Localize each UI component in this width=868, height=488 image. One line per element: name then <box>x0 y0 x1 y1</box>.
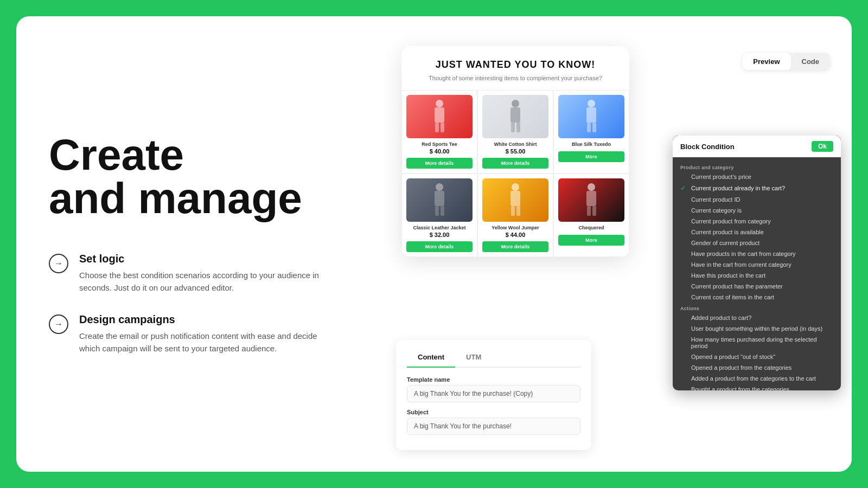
product-name-4: Classic Leather Jacket <box>413 225 465 230</box>
bc-item-1-0[interactable]: Added product to cart? <box>673 312 841 323</box>
set-logic-desc: Choose the best condition scenarios acco… <box>79 269 329 294</box>
design-campaigns-title: Design campaigns <box>79 313 329 326</box>
bc-item-0-3[interactable]: Current category is <box>673 205 841 216</box>
hero-line1: Create <box>49 131 184 179</box>
section-label-product: Product and category <box>673 162 841 171</box>
more-details-btn-5[interactable]: More details <box>482 241 548 252</box>
product-img-4 <box>406 178 473 222</box>
hero-title: Create and manage <box>49 133 353 220</box>
design-campaigns-icon: → <box>49 314 68 334</box>
email-preview-card: JUST WANTED YOU TO KNOW! Thought of some… <box>401 46 629 257</box>
svg-point-16 <box>512 183 519 191</box>
svg-rect-11 <box>592 123 596 132</box>
bc-item-0-5[interactable]: Current product is available <box>673 227 841 237</box>
design-campaigns-text: Design campaigns Create the email or pus… <box>79 313 329 355</box>
product-card-3: Blue Silk Tuxedo More <box>553 90 629 174</box>
bc-item-0-2[interactable]: Current product ID <box>673 194 841 205</box>
bc-item-0-7[interactable]: Have products in the cart from category <box>673 248 841 259</box>
product-img-1 <box>406 95 473 138</box>
svg-point-20 <box>588 183 595 191</box>
bc-item-0-6[interactable]: Gender of current product <box>673 237 841 248</box>
email-title: JUST WANTED YOU TO KNOW! <box>412 59 618 70</box>
more-details-btn-2[interactable]: More details <box>482 158 548 169</box>
bc-item-1-2[interactable]: How many times purchased during the sele… <box>673 334 841 351</box>
email-header: JUST WANTED YOU TO KNOW! Thought of some… <box>401 46 629 90</box>
bc-item-0-1[interactable]: ✓Current product already in the cart? <box>673 182 841 194</box>
svg-rect-14 <box>435 206 439 216</box>
more-details-btn-6[interactable]: More <box>558 235 624 246</box>
product-price-2: $ 55.00 <box>506 148 526 155</box>
svg-rect-10 <box>587 123 591 132</box>
svg-rect-23 <box>592 206 596 216</box>
svg-rect-19 <box>516 206 520 216</box>
bc-item-0-4[interactable]: Current product from category <box>673 216 841 227</box>
product-img-3 <box>558 95 624 138</box>
svg-rect-18 <box>511 206 515 216</box>
design-campaigns-desc: Create the email or push notification co… <box>79 330 329 355</box>
svg-rect-6 <box>511 123 515 132</box>
product-card-4: Classic Leather Jacket $ 32.00 More deta… <box>401 174 477 257</box>
form-tab-utm[interactable]: UTM <box>455 349 492 367</box>
bc-item-1-1[interactable]: User bought something within the period … <box>673 323 841 334</box>
product-card-5: Yellow Wool Jumper $ 44.00 More details <box>477 174 553 257</box>
product-name-2: White Cotton Shirt <box>494 142 537 147</box>
form-panel: Content UTM Template name Subject <box>396 340 591 450</box>
bc-item-1-3[interactable]: Opened a product "out of stock" <box>673 351 841 362</box>
email-subtitle: Thought of some interesting items to com… <box>412 75 618 81</box>
bc-item-0-10[interactable]: Current product has the parameter <box>673 281 841 292</box>
preview-code-tabs: Preview Code <box>742 53 830 70</box>
svg-rect-21 <box>586 191 596 206</box>
more-details-btn-4[interactable]: More details <box>406 241 473 252</box>
feature-design-campaigns: → Design campaigns Create the email or p… <box>49 313 353 355</box>
product-name-1: Red Sports Tee <box>422 142 457 147</box>
template-name-field: Template name <box>407 376 580 402</box>
set-logic-text: Set logic Choose the best condition scen… <box>79 253 329 294</box>
product-img-6 <box>558 178 624 222</box>
product-price-5: $ 44.00 <box>506 232 526 238</box>
product-card-2: White Cotton Shirt $ 55.00 More details <box>477 90 553 174</box>
features-list: → Set logic Choose the best condition sc… <box>49 253 353 355</box>
product-name-3: Blue Silk Tuxedo <box>572 142 611 147</box>
main-card: Create and manage → Set logic Choose the… <box>16 16 852 472</box>
svg-rect-3 <box>441 123 444 132</box>
tab-code[interactable]: Code <box>791 53 831 70</box>
left-panel: Create and manage → Set logic Choose the… <box>16 16 385 472</box>
form-tab-content[interactable]: Content <box>407 349 455 368</box>
bc-item-1-6[interactable]: Bought a product from the categories <box>673 384 841 390</box>
svg-rect-17 <box>510 191 520 206</box>
svg-rect-5 <box>510 107 520 123</box>
bc-item-1-5[interactable]: Added a product from the categories to t… <box>673 373 841 384</box>
subject-label: Subject <box>407 409 580 415</box>
svg-point-8 <box>588 100 595 107</box>
product-name-5: Yellow Wool Jumper <box>492 225 539 230</box>
block-condition-panel: Block Condition Ok Product and category … <box>673 136 841 390</box>
subject-input[interactable] <box>407 418 580 435</box>
bc-item-0-0[interactable]: Current product's price <box>673 171 841 182</box>
block-condition-header: Block Condition Ok <box>673 136 841 157</box>
bc-item-0-8[interactable]: Have in the cart from current category <box>673 259 841 270</box>
product-img-5 <box>482 178 548 222</box>
block-condition-ok-btn[interactable]: Ok <box>812 141 833 152</box>
svg-rect-15 <box>441 206 444 216</box>
set-logic-icon: → <box>49 254 68 273</box>
bc-item-0-9[interactable]: Have this product in the cart <box>673 270 841 281</box>
template-name-input[interactable] <box>407 385 580 402</box>
bc-item-1-4[interactable]: Opened a product from the categories <box>673 362 841 373</box>
product-card-1: Red Sports Tee $ 40.00 More details <box>401 90 477 174</box>
svg-rect-22 <box>587 206 591 216</box>
product-price-1: $ 40.00 <box>430 148 450 155</box>
product-img-2 <box>482 95 548 138</box>
svg-point-0 <box>436 100 443 107</box>
tab-preview[interactable]: Preview <box>742 53 790 70</box>
svg-point-12 <box>436 183 443 191</box>
section-label-actions: Actions <box>673 303 841 312</box>
block-condition-title: Block Condition <box>680 143 735 151</box>
svg-rect-1 <box>435 107 444 123</box>
bc-check-0-1: ✓ <box>680 184 687 192</box>
more-details-btn-3[interactable]: More <box>558 151 624 162</box>
bc-item-0-11[interactable]: Current cost of items in the cart <box>673 292 841 303</box>
set-logic-title: Set logic <box>79 253 329 265</box>
more-details-btn-1[interactable]: More details <box>406 158 473 169</box>
svg-rect-9 <box>586 107 596 123</box>
form-tabs: Content UTM <box>407 349 580 368</box>
